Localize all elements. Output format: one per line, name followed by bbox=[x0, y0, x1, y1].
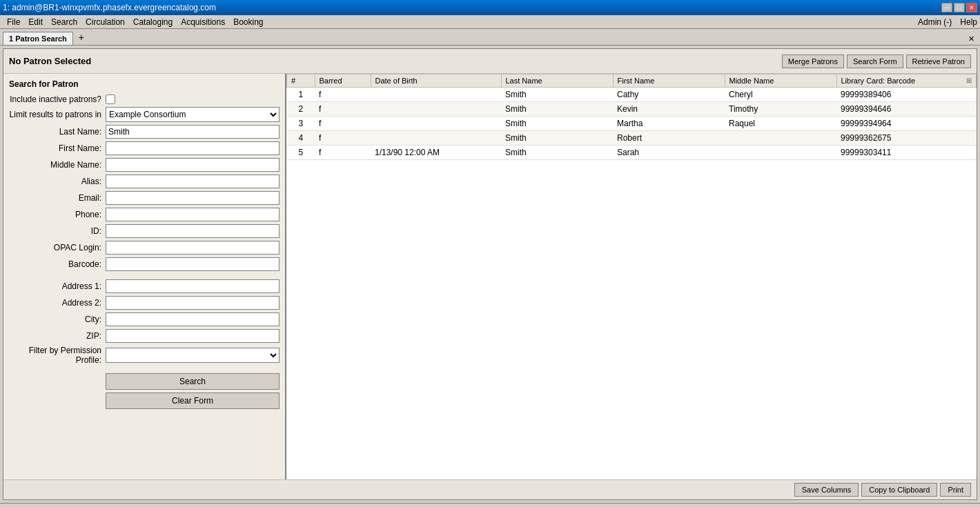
col-header-firstname[interactable]: First Name bbox=[613, 74, 725, 88]
id-input[interactable] bbox=[106, 224, 280, 238]
cell-lastname: Smith bbox=[501, 117, 613, 131]
first-name-input[interactable] bbox=[106, 141, 280, 155]
address2-input[interactable] bbox=[106, 296, 280, 310]
expand-col-icon[interactable]: ⊞ bbox=[966, 77, 972, 84]
bottom-bar: Save Columns Copy to Clipboard Print bbox=[3, 479, 977, 499]
table-row[interactable]: 2 f Smith Kevin Timothy 99999394646 bbox=[287, 102, 977, 117]
middle-name-row: Middle Name: bbox=[9, 158, 280, 172]
email-input[interactable] bbox=[106, 191, 280, 205]
cell-firstname: Robert bbox=[613, 131, 725, 146]
cell-num: 1 bbox=[287, 88, 315, 102]
cell-firstname: Cathy bbox=[613, 88, 725, 102]
save-columns-button[interactable]: Save Columns bbox=[794, 483, 859, 497]
col-header-lastname[interactable]: Last Name bbox=[501, 74, 613, 88]
table-row[interactable]: 4 f Smith Robert 99999362675 bbox=[287, 131, 977, 146]
zip-input[interactable] bbox=[106, 329, 280, 343]
menu-circulation[interactable]: Circulation bbox=[81, 16, 129, 28]
include-inactive-checkbox[interactable] bbox=[106, 95, 115, 104]
middle-name-label: Middle Name: bbox=[9, 160, 106, 170]
menu-cataloging[interactable]: Cataloging bbox=[129, 16, 177, 28]
header-buttons: Merge Patrons Search Form Retrieve Patro… bbox=[782, 54, 971, 68]
opac-login-label: OPAC Login: bbox=[9, 243, 106, 252]
header-bar: No Patron Selected Merge Patrons Search … bbox=[3, 49, 977, 74]
main-content: No Patron Selected Merge Patrons Search … bbox=[3, 48, 977, 500]
tab-patron-search[interactable]: 1 Patron Search bbox=[3, 32, 73, 45]
retrieve-patron-button[interactable]: Retrieve Patron bbox=[906, 54, 971, 68]
cell-barcode: 99999394964 bbox=[836, 117, 977, 131]
phone-label: Phone: bbox=[9, 210, 106, 219]
close-tab-icon[interactable]: ✕ bbox=[966, 33, 977, 45]
menu-file[interactable]: File bbox=[3, 16, 24, 28]
results-table-scroll[interactable]: # Barred Date of Birth Last Name First N… bbox=[286, 74, 977, 479]
address1-input[interactable] bbox=[106, 279, 280, 293]
cell-num: 2 bbox=[287, 102, 315, 117]
limit-results-label: Limit results to patrons in bbox=[9, 110, 106, 119]
col-header-middlename[interactable]: Middle Name bbox=[725, 74, 836, 88]
barcode-row: Barcode: bbox=[9, 257, 280, 271]
filter-perm-select[interactable] bbox=[106, 348, 280, 363]
id-row: ID: bbox=[9, 224, 280, 238]
cell-barred: f bbox=[315, 117, 371, 131]
help-label[interactable]: Help bbox=[960, 17, 977, 27]
table-row[interactable]: 3 f Smith Martha Raquel 99999394964 bbox=[287, 117, 977, 131]
results-panel: # Barred Date of Birth Last Name First N… bbox=[286, 74, 977, 479]
last-name-row: Last Name: bbox=[9, 125, 280, 139]
col-header-num: # bbox=[287, 74, 315, 88]
table-row[interactable]: 1 f Smith Cathy Cheryl 99999389406 bbox=[287, 88, 977, 102]
cell-barcode: 99999362675 bbox=[836, 131, 977, 146]
cell-lastname: Smith bbox=[501, 131, 613, 146]
opac-login-input[interactable] bbox=[106, 241, 280, 255]
phone-input[interactable] bbox=[106, 208, 280, 221]
city-input[interactable] bbox=[106, 312, 280, 326]
menu-booking[interactable]: Booking bbox=[229, 16, 267, 28]
cell-barcode: 99999303411 bbox=[836, 146, 977, 160]
email-row: Email: bbox=[9, 191, 280, 205]
cell-num: 4 bbox=[287, 131, 315, 146]
cell-dob bbox=[371, 88, 501, 102]
copy-to-clipboard-button[interactable]: Copy to Clipboard bbox=[861, 483, 937, 497]
cell-middlename: Cheryl bbox=[725, 88, 836, 102]
id-label: ID: bbox=[9, 226, 106, 236]
tab-add-button[interactable]: + bbox=[75, 30, 88, 45]
no-patron-label: No Patron Selected bbox=[9, 56, 91, 66]
last-name-label: Last Name: bbox=[9, 127, 106, 137]
city-row: City: bbox=[9, 312, 280, 326]
filter-perm-label: Filter by Permission Profile: bbox=[9, 346, 106, 365]
status-bar bbox=[0, 503, 980, 507]
barcode-input[interactable] bbox=[106, 257, 280, 271]
body-area: Search for Patron Include inactive patro… bbox=[3, 74, 977, 479]
cell-dob: 1/13/90 12:00 AM bbox=[371, 146, 501, 160]
menu-acquisitions[interactable]: Acquisitions bbox=[177, 16, 229, 28]
address2-label: Address 2: bbox=[9, 298, 106, 308]
last-name-input[interactable] bbox=[106, 125, 280, 139]
restore-button[interactable]: □ bbox=[954, 3, 965, 12]
search-form-button[interactable]: Search Form bbox=[847, 54, 903, 68]
menu-bar: File Edit Search Circulation Cataloging … bbox=[0, 15, 980, 29]
clear-form-button[interactable]: Clear Form bbox=[106, 392, 280, 409]
middle-name-input[interactable] bbox=[106, 158, 280, 172]
search-panel-title: Search for Patron bbox=[9, 79, 280, 89]
cell-num: 5 bbox=[287, 146, 315, 160]
print-button[interactable]: Print bbox=[940, 483, 971, 497]
table-row[interactable]: 5 f 1/13/90 12:00 AM Smith Sarah 9999930… bbox=[287, 146, 977, 160]
search-button[interactable]: Search bbox=[106, 373, 280, 390]
cell-barred: f bbox=[315, 146, 371, 160]
col-header-barred[interactable]: Barred bbox=[315, 74, 371, 88]
menu-edit[interactable]: Edit bbox=[24, 16, 47, 28]
search-buttons: Search Clear Form bbox=[9, 373, 280, 409]
alias-input[interactable] bbox=[106, 175, 280, 188]
filter-perm-row: Filter by Permission Profile: bbox=[9, 346, 280, 365]
col-header-dob[interactable]: Date of Birth bbox=[371, 74, 501, 88]
close-button[interactable]: ✕ bbox=[966, 3, 977, 12]
menu-search[interactable]: Search bbox=[47, 16, 81, 28]
cell-lastname: Smith bbox=[501, 146, 613, 160]
admin-label[interactable]: Admin (-) bbox=[918, 17, 952, 27]
col-header-barcode[interactable]: Library Card: Barcode ⊞ bbox=[836, 74, 977, 88]
cell-num: 3 bbox=[287, 117, 315, 131]
cell-middlename: Timothy bbox=[725, 102, 836, 117]
minimize-button[interactable]: ─ bbox=[941, 3, 952, 12]
limit-results-select[interactable]: Example Consortium bbox=[106, 107, 280, 122]
merge-patrons-button[interactable]: Merge Patrons bbox=[782, 54, 844, 68]
cell-barred: f bbox=[315, 102, 371, 117]
cell-barred: f bbox=[315, 88, 371, 102]
